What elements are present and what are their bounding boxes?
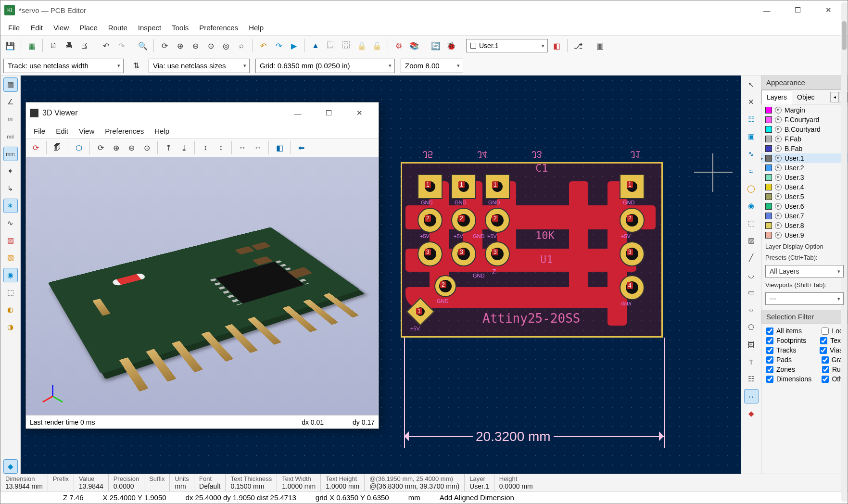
3d-rotate-x-icon[interactable]: ↕ [199,141,212,154]
layer-row-user-8[interactable]: User.8 [761,221,848,230]
visibility-toggle-icon[interactable] [775,116,782,123]
3d-refresh-icon[interactable]: ⟳ [94,141,107,154]
zone-tool-icon[interactable]: ⬚ [744,216,759,230]
save-icon[interactable]: 💾 [3,39,17,52]
zoom-selection-icon[interactable]: ⌕ [235,39,248,52]
menu-inspect[interactable]: Inspect [133,22,166,34]
layer-swatch[interactable] [765,222,772,229]
layers-manager-icon[interactable]: ◆ [3,459,18,474]
menu-place[interactable]: Place [75,22,102,34]
layer-swatch[interactable] [765,126,772,133]
3d-rotate-y-icon[interactable]: ↔ [236,141,249,154]
3d-minimize-button[interactable]: — [288,106,307,120]
filter-checkbox[interactable] [822,376,829,383]
menu-help[interactable]: Help [244,22,268,34]
layer-row-margin[interactable]: Margin [761,105,848,115]
3d-close-button[interactable]: ✕ [350,106,369,120]
visibility-toggle-icon[interactable] [775,222,782,229]
show-hide-icon[interactable]: ▥ [593,39,607,52]
menu-route[interactable]: Route [103,22,132,34]
visibility-toggle-icon[interactable] [775,174,782,181]
3d-zoom-in-icon[interactable]: ⊕ [109,141,123,154]
rect-tool-icon[interactable]: ▭ [744,285,759,300]
mirror-v-icon[interactable]: ▲ [309,39,322,52]
visibility-toggle-icon[interactable] [775,145,782,152]
visibility-toggle-icon[interactable] [775,203,782,210]
filter-checkbox[interactable] [766,366,773,373]
3d-maximize-button[interactable]: ☐ [319,106,338,120]
image-tool-icon[interactable]: 🖼 [744,337,759,352]
layer-row-user-2[interactable]: User.2 [761,163,848,173]
textbox-tool-icon[interactable]: ☷ [744,372,759,386]
close-button[interactable]: ✕ [819,3,838,17]
zoom-fit-icon[interactable]: ⊙ [204,39,217,52]
layer-pair-icon[interactable]: ◧ [550,39,563,52]
select-tool-icon[interactable]: ↖ [744,77,759,92]
3d-copy-icon[interactable]: 🗐 [51,141,64,154]
grid-icon[interactable]: ▦ [3,77,18,92]
rule-area-icon[interactable]: ▨ [744,233,759,248]
rotate-cw-icon[interactable]: ↷ [272,39,285,52]
3d-zoom-fit-icon[interactable]: ⊙ [140,141,153,154]
tune-length-icon[interactable]: ◯ [744,181,759,196]
grid-selector[interactable]: Grid: 0.6350 mm (0.0250 in) [255,59,395,73]
arc-tool-icon[interactable]: ◡ [744,268,759,282]
menu-preferences[interactable]: Preferences [194,22,243,34]
route-track-icon[interactable]: ∿ [744,147,759,161]
presets-selector[interactable]: All Layers [765,265,844,277]
visibility-toggle-icon[interactable] [775,136,782,142]
zoom-in-icon[interactable]: ⊕ [173,39,187,52]
drc-icon[interactable]: 🐞 [444,39,458,52]
scripting-icon[interactable]: ⎇ [571,39,585,52]
route-diff-icon[interactable]: ≈ [744,164,759,178]
menu-file[interactable]: File [3,22,25,34]
3d-menu-file[interactable]: File [29,125,50,137]
via-size-selector[interactable]: Via: use netclass sizes [149,59,250,73]
layer-swatch[interactable] [765,136,772,142]
layer-swatch[interactable] [765,203,772,210]
3d-ortho-icon[interactable]: ⬅ [294,141,308,154]
visibility-toggle-icon[interactable] [775,213,782,219]
update-pcb-icon[interactable]: 🔄 [429,39,443,52]
zone-fill-icon[interactable]: ▨ [3,233,18,248]
filter-checkbox[interactable] [820,347,827,354]
3d-rotate-x2-icon[interactable]: ↕ [214,141,228,154]
plot-icon[interactable]: 🖨 [77,39,91,52]
visibility-toggle-icon[interactable] [775,184,782,190]
3d-menu-help[interactable]: Help [150,125,174,137]
layer-swatch[interactable] [765,232,772,239]
layer-list[interactable]: MarginF.CourtyardB.CourtyardF.FabB.FabUs… [761,104,848,241]
visibility-toggle-icon[interactable] [775,164,782,171]
layer-row-b-fab[interactable]: B.Fab [761,144,848,153]
footprint-tool-icon[interactable]: ▣ [744,129,759,144]
lock-icon[interactable]: 🔒 [355,39,368,52]
canvas[interactable]: J5J4J3J1 [21,76,741,474]
filter-checkbox[interactable] [766,328,773,335]
filter-checkbox[interactable] [766,347,773,354]
3d-rotate-y2-icon[interactable]: ↔ [251,141,265,154]
layer-selector[interactable]: User.1 [466,39,548,52]
layer-swatch[interactable] [765,116,772,123]
menu-tools[interactable]: Tools [167,22,193,34]
line-tool-icon[interactable]: ╱ [744,251,759,265]
run-icon[interactable]: ▶ [287,39,301,52]
visibility-toggle-icon[interactable] [775,107,782,113]
refresh-icon[interactable]: ⟳ [158,39,171,52]
layer-display-options[interactable]: Layer Display Option [765,243,823,250]
net-color-icon[interactable]: ◑ [3,320,18,334]
text-tool-icon[interactable]: T [744,354,759,369]
visibility-toggle-icon[interactable] [775,155,782,162]
3d-reload-icon[interactable]: ⟳ [29,141,42,154]
local-ratsnest-icon[interactable]: ✕ [744,95,759,109]
3d-render-icon[interactable]: ⬡ [72,141,86,154]
layer-row-user-7[interactable]: User.7 [761,211,848,221]
3d-view-bottom-icon[interactable]: ⤓ [177,141,190,154]
menu-view[interactable]: View [49,22,74,34]
filter-checkbox[interactable] [822,328,829,335]
viewports-selector[interactable]: --- [765,292,844,305]
find-icon[interactable]: 🔍 [136,39,150,52]
layer-swatch[interactable] [765,107,772,113]
zone-outline-icon[interactable]: ▧ [3,251,18,265]
rotate-ccw-icon[interactable]: ↶ [256,39,270,52]
layer-swatch[interactable] [765,193,772,200]
